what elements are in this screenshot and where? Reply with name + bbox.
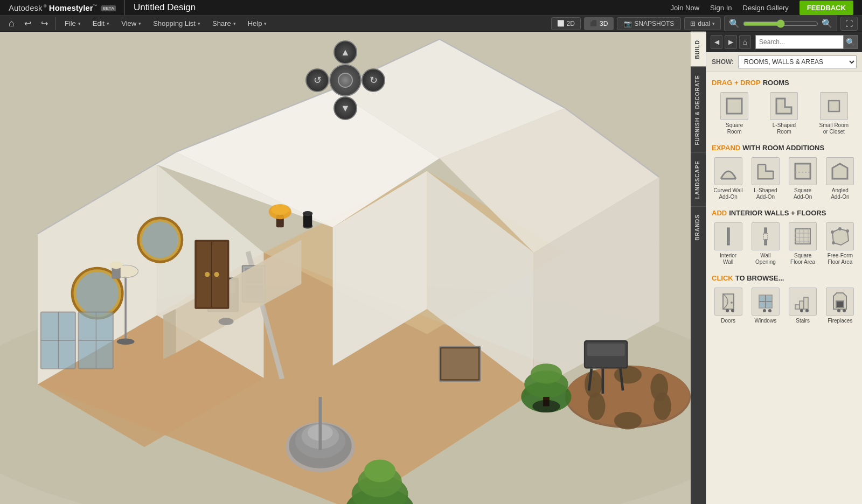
rotate-up-button[interactable]: ▲ [333, 40, 357, 64]
wall-opening-item[interactable]: WallOpening [749, 222, 782, 265]
svg-point-128 [805, 309, 809, 312]
angled-addon-icon [826, 157, 854, 185]
help-menu[interactable]: Help ▾ [242, 17, 273, 30]
share-menu[interactable]: Share ▾ [207, 17, 241, 30]
zoom-out-icon[interactable]: 🔍 [728, 17, 741, 30]
logo-divider [124, 0, 125, 15]
design-gallery-link[interactable]: Design Gallery [743, 4, 789, 12]
svg-marker-27 [163, 309, 176, 359]
view-menu-arrow: ▾ [138, 21, 141, 26]
panel-home-button[interactable]: ⌂ [739, 35, 751, 49]
fireplaces-item[interactable]: Fireplaces [824, 288, 857, 324]
svg-rect-74 [587, 344, 625, 356]
mode-3d-button[interactable]: ⬛ 3D [584, 17, 614, 30]
svg-point-31 [614, 412, 642, 430]
panel-forward-button[interactable]: ▶ [725, 35, 736, 49]
windows-icon [752, 288, 780, 316]
square-room-label: SquareRoom [726, 122, 743, 135]
shopping-list-arrow: ▾ [198, 21, 200, 26]
svg-rect-102 [764, 240, 767, 245]
angled-addon-item[interactable]: AngledAdd-On [824, 157, 857, 200]
shopping-list-menu[interactable]: Shopping List ▾ [148, 17, 206, 30]
svg-point-28 [219, 318, 234, 325]
windows-item[interactable]: Windows [749, 288, 782, 324]
show-label: SHOW: [712, 58, 734, 66]
svg-point-65 [364, 460, 395, 482]
zoom-in-icon[interactable]: 🔍 [821, 17, 833, 30]
doors-label: Doors [721, 318, 735, 324]
home-icon-button[interactable]: ⌂ [4, 16, 19, 31]
curved-wall-item[interactable]: Curved WallAdd-On [712, 157, 745, 200]
edit-menu[interactable]: Edit ▾ [87, 17, 115, 30]
undo-button[interactable]: ↩ [20, 16, 36, 31]
menu-divider [55, 17, 56, 30]
zoom-slider[interactable] [743, 19, 818, 28]
redo-button[interactable]: ↪ [37, 16, 52, 31]
svg-point-82 [271, 205, 289, 215]
right-panel-wrapper: BUILD FURNISH & DECORATE LANDSCAPE BRAND… [691, 32, 862, 504]
sign-in-link[interactable]: Sign In [710, 4, 732, 12]
navigation-controls: ↺ ▲ ↻ ▼ [305, 40, 385, 120]
svg-rect-90 [829, 101, 839, 111]
fullscreen-button[interactable]: ⛶ [840, 17, 858, 31]
square-room-item[interactable]: SquareRoom [712, 92, 757, 135]
svg-point-87 [110, 261, 122, 269]
svg-point-123 [768, 309, 771, 312]
feedback-button[interactable]: FEEDBACK [800, 1, 853, 15]
square-addon-label: SquareAdd-On [794, 187, 812, 200]
svg-point-112 [832, 241, 835, 244]
svg-rect-103 [763, 233, 768, 240]
dual-arrow: ▾ [712, 21, 715, 26]
svg-rect-125 [795, 305, 800, 309]
camera-icon: 📷 [624, 20, 632, 27]
center-nav-button[interactable] [329, 64, 362, 96]
svg-point-115 [846, 229, 849, 233]
windows-label: Windows [755, 318, 777, 324]
svg-point-44 [205, 272, 210, 277]
build-tab[interactable]: BUILD [691, 32, 706, 67]
svg-marker-99 [832, 164, 847, 179]
freeform-floor-item[interactable]: Free-FormFloor Area [824, 222, 857, 265]
view-menu[interactable]: View ▾ [116, 17, 147, 30]
panel-search-input[interactable] [755, 35, 844, 49]
small-room-item[interactable]: Small Roomor Closet [811, 92, 857, 135]
l-shaped-room-item[interactable]: L-ShapedRoom [761, 92, 807, 135]
show-row: SHOW: ROOMS, WALLS & AREAS FLOOR PLAN EV… [706, 52, 862, 72]
angled-addon-label: AngledAdd-On [831, 187, 849, 200]
panel-search-button[interactable]: 🔍 [844, 35, 858, 49]
rotate-right-button[interactable]: ↻ [362, 68, 385, 92]
rotate-left-button[interactable]: ↺ [305, 68, 329, 92]
l-addon-item[interactable]: L-ShapedAdd-On [749, 157, 782, 200]
interior-wall-item[interactable]: InteriorWall [712, 222, 745, 265]
mode-2d-button[interactable]: ⬜ 2D [551, 17, 581, 30]
square-floor-item[interactable]: SquareFloor Area [787, 222, 819, 265]
panel-back-button[interactable]: ◀ [711, 35, 722, 49]
file-menu[interactable]: File ▾ [59, 17, 86, 30]
brands-tab[interactable]: BRANDS [691, 206, 706, 248]
svg-rect-127 [804, 297, 808, 309]
join-now-link[interactable]: Join Now [671, 4, 699, 12]
interior-walls-grid: InteriorWall WallOpening [712, 222, 857, 265]
square-room-icon [720, 92, 748, 120]
svg-rect-126 [800, 301, 804, 309]
l-addon-label: L-ShapedAdd-On [754, 187, 777, 200]
wall-opening-icon [752, 222, 780, 250]
show-select[interactable]: ROOMS, WALLS & AREAS FLOOR PLAN EVERYTHI… [738, 55, 857, 68]
right-panel: ◀ ▶ ⌂ 🔍 SHOW: ROOMS, WALLS & AREAS FLOOR… [706, 32, 862, 504]
stairs-label: Stairs [796, 318, 810, 324]
dual-button[interactable]: ⊞ dual ▾ [684, 17, 721, 30]
svg-rect-88 [727, 99, 742, 114]
share-menu-arrow: ▾ [233, 21, 236, 26]
stairs-item[interactable]: Stairs [787, 288, 819, 324]
landscape-tab[interactable]: LANDSCAPE [691, 152, 706, 206]
square-addon-item[interactable]: SquareAdd-On [787, 157, 819, 200]
file-menu-arrow: ▾ [78, 21, 81, 26]
doors-item[interactable]: Doors [712, 288, 745, 324]
viewport[interactable]: ↺ ▲ ↻ ▼ [0, 32, 691, 504]
drag-drop-rooms-title: DRAG + DROP ROOMS [712, 79, 857, 87]
snapshots-button[interactable]: 📷 SNAPSHOTS [617, 17, 681, 30]
furnish-decorate-tab[interactable]: FURNISH & DECORATE [691, 67, 706, 153]
svg-point-124 [763, 309, 766, 312]
rotate-down-button[interactable]: ▼ [333, 96, 357, 120]
interior-wall-label: InteriorWall [720, 253, 736, 265]
